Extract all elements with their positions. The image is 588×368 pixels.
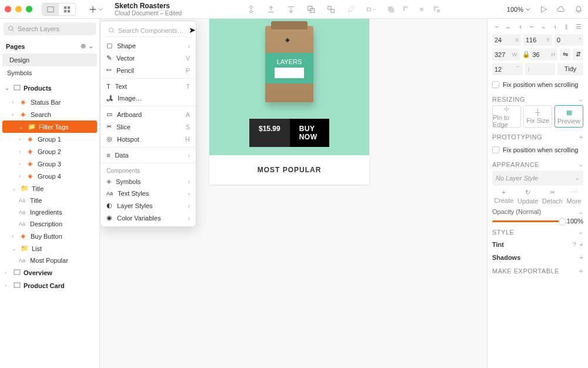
distribute-h-icon[interactable]: ⫿ xyxy=(562,22,572,31)
opacity-slider[interactable] xyxy=(492,220,563,222)
subtract-icon[interactable] xyxy=(402,5,411,14)
fix-size[interactable]: ┼Fix Size xyxy=(523,105,552,128)
layer-title-text[interactable]: AaTitle xyxy=(0,195,99,206)
page-design[interactable]: Design xyxy=(2,53,97,66)
maximize-window-icon[interactable] xyxy=(26,6,32,12)
layer-group-1[interactable]: ›◈Group 1 xyxy=(0,133,99,145)
layer-buy-button[interactable]: ›◈Buy Button xyxy=(0,230,99,242)
canvas-view-button[interactable] xyxy=(42,4,59,15)
flip-h-icon[interactable]: ⇋ xyxy=(560,48,570,61)
fix-position-proto-checkbox[interactable]: Fix position when scrolling xyxy=(492,143,583,157)
menu-text-styles[interactable]: AaText Styles› xyxy=(101,188,196,199)
menu-artboard[interactable]: ▭ArtboardA xyxy=(101,108,196,121)
menu-pencil[interactable]: ✏PencilP xyxy=(101,64,196,76)
bell-icon[interactable] xyxy=(574,5,583,14)
search-layers-input[interactable]: Search Layers xyxy=(4,22,96,35)
layer-description[interactable]: AaDescription xyxy=(0,218,99,230)
intersect-icon[interactable] xyxy=(417,5,426,14)
components-view-button[interactable] xyxy=(59,4,75,15)
cloud-icon[interactable] xyxy=(556,5,566,14)
artboard-overview[interactable]: ›Overview xyxy=(0,266,99,280)
layer-style-dropdown[interactable]: No Layer Style⌄ xyxy=(492,170,583,185)
menu-layer-styles[interactable]: ◐Layer Styles› xyxy=(101,199,196,212)
tidy-button[interactable]: Tidy xyxy=(557,63,583,75)
menu-hotspot[interactable]: ◎HotspotH xyxy=(101,133,196,145)
backward-tool-icon[interactable] xyxy=(286,5,296,14)
align-middle-icon[interactable]: ⫠ xyxy=(539,22,548,31)
detach-style-button[interactable]: ✂Detach xyxy=(542,189,563,205)
collapse-pages-icon[interactable]: ⌄ xyxy=(88,42,93,50)
menu-shape[interactable]: ▢Shape› xyxy=(101,39,196,52)
add-page-icon[interactable]: ⊕ xyxy=(81,42,86,50)
layer-title-group[interactable]: ⌄📁Title xyxy=(0,182,99,195)
layer-ingredients[interactable]: AaIngredients xyxy=(0,206,99,218)
make-exportable-section[interactable]: MAKE EXPORTABLE+ xyxy=(492,264,583,277)
y-input[interactable]: 116Y xyxy=(523,34,552,46)
symbol-tool-icon[interactable] xyxy=(246,5,256,14)
more-style-button[interactable]: ⋯More xyxy=(567,189,582,205)
layer-group-4[interactable]: ›◈Group 4 xyxy=(0,170,99,182)
h-input[interactable]: 36H xyxy=(530,48,558,61)
distribute-v-icon[interactable]: ☰ xyxy=(574,22,583,31)
align-top-icon[interactable]: ⫟ xyxy=(527,22,537,31)
flip-v-icon[interactable]: ⇵ xyxy=(573,48,583,61)
menu-vector[interactable]: ✎VectorV xyxy=(101,52,196,64)
union-icon[interactable] xyxy=(386,5,396,14)
create-style-button[interactable]: +Create xyxy=(494,189,513,205)
layer-group-2[interactable]: ›◈Group 2 xyxy=(0,145,99,158)
w-input[interactable]: 327W xyxy=(492,48,520,61)
pin-to-edge[interactable]: ⊹Pin to Edge xyxy=(492,105,521,128)
menu-text[interactable]: TTextT xyxy=(101,81,196,92)
layer-group-3[interactable]: ›◈Group 3 xyxy=(0,158,99,170)
page-symbols[interactable]: Symbols xyxy=(0,66,99,79)
rotation-input[interactable]: 0° xyxy=(554,34,583,46)
opacity-value[interactable]: 100% xyxy=(567,218,583,225)
artboard-product-card[interactable]: ›Product Card xyxy=(0,280,99,293)
edit-tool-icon[interactable] xyxy=(346,5,356,14)
buy-now-button[interactable]: BUY NOW xyxy=(290,119,329,147)
menu-slice[interactable]: ✂SliceS xyxy=(101,121,196,133)
hotspot-icon: ◎ xyxy=(106,135,112,143)
menu-color-vars[interactable]: ◉Color Variables› xyxy=(101,212,196,224)
update-style-button[interactable]: ↻Update xyxy=(517,189,538,205)
layer-filter-tags[interactable]: ⌄📁Filter Tags xyxy=(2,121,97,133)
radius-detail[interactable]: ⫶ xyxy=(525,63,556,75)
radius-input[interactable]: 12⌒ xyxy=(492,63,523,75)
forward-tool-icon[interactable] xyxy=(266,5,276,14)
artboard-products[interactable]: ⌄Products xyxy=(0,79,99,96)
align-center-h-icon[interactable]: ⫠ xyxy=(504,22,513,31)
align-left-icon[interactable]: ⫟ xyxy=(492,22,502,31)
window-controls[interactable] xyxy=(5,6,32,12)
align-right-icon[interactable]: ⫞ xyxy=(516,22,525,31)
add-shadow-icon[interactable]: + xyxy=(580,254,583,261)
fix-position-checkbox[interactable]: Fix position when scrolling xyxy=(492,78,583,92)
layer-most-popular[interactable]: AaMost Popular xyxy=(0,255,99,266)
ungroup-tool-icon[interactable] xyxy=(326,5,336,14)
tint-row[interactable]: Tint?+ xyxy=(492,238,583,251)
insert-button[interactable] xyxy=(89,5,103,14)
zoom-dropdown[interactable]: 100% xyxy=(507,5,530,14)
layer-search[interactable]: ›◈Search xyxy=(0,108,99,121)
minimize-window-icon[interactable] xyxy=(15,6,22,12)
add-tint-icon[interactable]: + xyxy=(580,241,583,248)
layer-status-bar[interactable]: ›◈Status Bar xyxy=(0,96,99,108)
layer-list[interactable]: ⌄📁List xyxy=(0,242,99,255)
lock-ratio-icon[interactable]: 🔒 xyxy=(522,48,528,61)
search-components-input[interactable]: Search Components… xyxy=(104,25,192,37)
artboard-preview[interactable]: ◆ LAYERS $15.99 BUY NOW MOST POPULAR xyxy=(209,19,369,185)
menu-data[interactable]: ≡Data› xyxy=(101,149,196,161)
group-tool-icon[interactable] xyxy=(306,5,316,14)
add-export-icon[interactable]: + xyxy=(579,267,583,275)
transform-tool-icon[interactable] xyxy=(366,5,376,14)
help-icon[interactable]: ? xyxy=(572,241,576,248)
play-icon[interactable] xyxy=(539,5,548,14)
add-prototype-icon[interactable]: + xyxy=(579,133,583,140)
difference-icon[interactable] xyxy=(432,5,442,14)
align-bottom-icon[interactable]: ⫞ xyxy=(550,22,560,31)
menu-image[interactable]: 🏞Image… xyxy=(101,92,196,104)
close-window-icon[interactable] xyxy=(5,6,11,12)
x-input[interactable]: 24X xyxy=(492,34,521,46)
menu-symbols[interactable]: ◈Symbols› xyxy=(101,175,196,188)
shadows-row[interactable]: Shadows+ xyxy=(492,251,583,264)
resize-preview[interactable]: ▦Preview xyxy=(554,105,583,128)
